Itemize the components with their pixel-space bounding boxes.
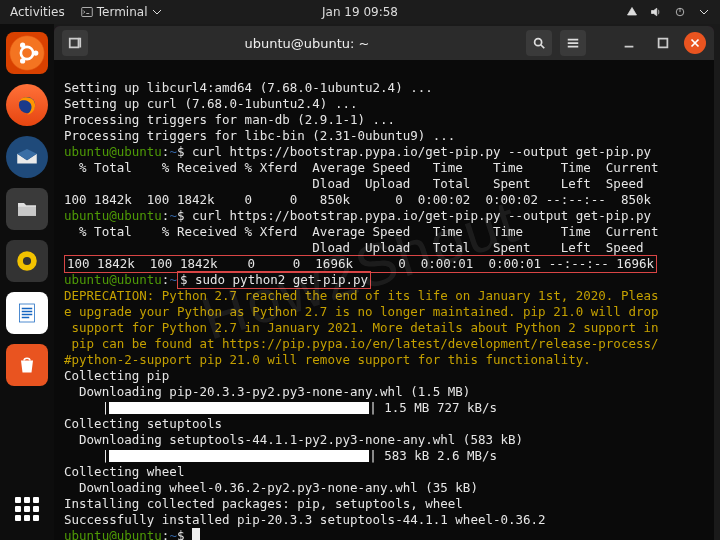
volume-icon[interactable]	[650, 6, 662, 18]
search-icon	[532, 36, 546, 50]
close-button[interactable]	[684, 32, 706, 54]
prompt-path: ~	[169, 528, 177, 540]
terminal-icon	[81, 6, 93, 18]
prompt-userhost: ubuntu@ubuntu	[64, 528, 162, 540]
deprecation-warning: support for Python 2.7 in January 2021. …	[64, 320, 659, 335]
activities-button[interactable]: Activities	[10, 5, 65, 19]
new-tab-icon	[68, 36, 82, 50]
output-line: Processing triggers for man-db (2.9.1-1)…	[64, 112, 395, 127]
output-line: Collecting setuptools	[64, 416, 222, 431]
output-line: Setting up curl (7.68.0-1ubuntu2.4) ...	[64, 96, 358, 111]
cursor	[192, 528, 200, 540]
deprecation-warning: #python-2-support pip 21.0 will remove s…	[64, 352, 591, 367]
gnome-topbar: Activities Terminal Jan 19 09:58	[0, 0, 720, 24]
folder-icon	[15, 197, 39, 221]
output-line: Processing triggers for libc-bin (2.31-0…	[64, 128, 455, 143]
minimize-icon	[622, 36, 636, 50]
output-line: 100 1842k 100 1842k 0 0 850k 0 0:00:02 0…	[64, 192, 651, 207]
progress-suffix: 1.5 MB 727 kB/s	[377, 400, 497, 415]
prompt-sigil: $	[177, 528, 185, 540]
svg-rect-10	[20, 304, 35, 322]
output-line: Setting up libcurl4:amd64 (7.68.0-1ubunt…	[64, 80, 433, 95]
prompt-path: ~	[169, 208, 177, 223]
output-line: Downloading wheel-0.36.2-py2.py3-none-an…	[64, 480, 478, 495]
ubuntu-software-icon[interactable]	[6, 344, 48, 386]
output-line: Successfully installed pip-20.3.3 setupt…	[64, 512, 546, 527]
output-line: Installing collected packages: pip, setu…	[64, 496, 463, 511]
svg-point-5	[20, 58, 25, 63]
firefox-icon[interactable]	[6, 84, 48, 126]
terminal-body[interactable]: Setting up libcurl4:amd64 (7.68.0-1ubunt…	[54, 60, 714, 540]
svg-rect-0	[82, 8, 93, 17]
progress-suffix: 583 kB 2.6 MB/s	[377, 448, 497, 463]
command-line: curl https://bootstrap.pypa.io/get-pip.p…	[184, 144, 651, 159]
svg-rect-7	[18, 207, 36, 216]
output-line: % Total % Received % Xferd Average Speed…	[64, 160, 659, 175]
maximize-button[interactable]	[650, 30, 676, 56]
svg-point-4	[20, 43, 25, 48]
chevron-down-icon	[151, 6, 163, 18]
output-line: Dload Upload Total Spent Left Speed	[64, 240, 643, 255]
command-line: curl https://bootstrap.pypa.io/get-pip.p…	[184, 208, 651, 223]
new-tab-button[interactable]	[62, 30, 88, 56]
maximize-icon	[656, 36, 670, 50]
deprecation-warning: e upgrade your Python as Python 2.7 is n…	[64, 304, 659, 319]
prompt-userhost: ubuntu@ubuntu	[64, 272, 162, 287]
speaker-icon	[14, 248, 40, 274]
rhythmbox-icon[interactable]	[6, 240, 48, 282]
window-titlebar: ubuntu@ubuntu: ~	[54, 26, 714, 60]
hamburger-icon	[566, 36, 580, 50]
network-icon[interactable]	[626, 6, 638, 18]
svg-point-12	[535, 39, 542, 46]
svg-rect-13	[659, 39, 668, 48]
deprecation-warning: DEPRECATION: Python 2.7 reached the end …	[64, 288, 659, 303]
dock	[0, 24, 54, 540]
terminal-window: ubuntu@ubuntu: ~ Setting up libcurl4:amd…	[54, 26, 714, 540]
show-applications-button[interactable]	[6, 488, 48, 530]
svg-point-2	[21, 47, 33, 59]
menu-button[interactable]	[560, 30, 586, 56]
deprecation-warning: pip can be found at https://pip.pypa.io/…	[64, 336, 659, 351]
thunderbird-logo-icon	[14, 144, 40, 170]
prompt-path: ~	[169, 144, 177, 159]
grid-icon	[15, 497, 39, 521]
output-line: Downloading setuptools-44.1.1-py2.py3-no…	[64, 432, 523, 447]
files-icon[interactable]	[6, 188, 48, 230]
libreoffice-writer-icon[interactable]	[6, 292, 48, 334]
command-line: sudo python2 get-pip.py	[187, 272, 368, 287]
power-icon[interactable]	[674, 6, 686, 18]
app-menu[interactable]: Terminal	[81, 5, 164, 19]
output-line: Dload Upload Total Spent Left Speed	[64, 176, 643, 191]
thunderbird-icon[interactable]	[6, 136, 48, 178]
prompt-path: ~	[169, 272, 177, 287]
close-icon	[688, 36, 702, 50]
output-line: % Total % Received % Xferd Average Speed…	[64, 224, 659, 239]
window-title: ubuntu@ubuntu: ~	[96, 36, 518, 51]
progress-bar	[109, 402, 369, 414]
ubuntu-launcher-icon[interactable]	[6, 32, 48, 74]
firefox-logo-icon	[14, 92, 40, 118]
output-line: Collecting wheel	[64, 464, 184, 479]
clock[interactable]: Jan 19 09:58	[322, 5, 398, 19]
svg-point-3	[33, 50, 38, 55]
prompt-userhost: ubuntu@ubuntu	[64, 144, 162, 159]
output-line: Collecting pip	[64, 368, 169, 383]
svg-rect-11	[70, 39, 79, 48]
app-menu-label: Terminal	[97, 5, 148, 19]
shopping-bag-icon	[15, 353, 39, 377]
ubuntu-logo-icon	[13, 39, 41, 67]
document-icon	[15, 301, 39, 325]
prompt-userhost: ubuntu@ubuntu	[64, 208, 162, 223]
svg-point-9	[23, 257, 31, 265]
minimize-button[interactable]	[616, 30, 642, 56]
progress-bar	[109, 450, 369, 462]
output-line: Downloading pip-20.3.3-py2.py3-none-any.…	[64, 384, 470, 399]
search-button[interactable]	[526, 30, 552, 56]
chevron-down-icon[interactable]	[698, 6, 710, 18]
